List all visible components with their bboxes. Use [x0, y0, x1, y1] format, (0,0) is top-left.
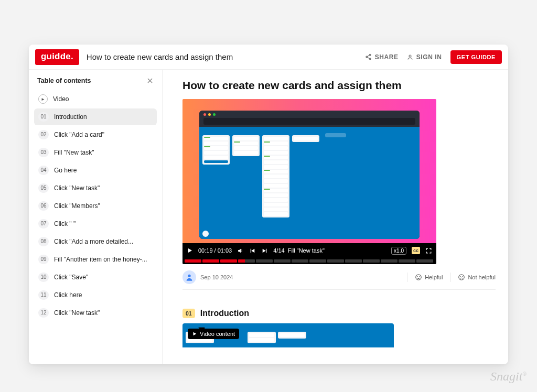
- divider: [407, 273, 407, 282]
- toc-item-04[interactable]: 04 Go here: [34, 162, 157, 179]
- signin-button[interactable]: SIGN IN: [407, 53, 442, 61]
- play-button[interactable]: [187, 247, 193, 254]
- speed-button[interactable]: x1.0: [391, 247, 406, 255]
- toc-item-09[interactable]: 09 Fill "Another item on the honey-...: [34, 251, 157, 268]
- progress-bar[interactable]: [182, 258, 436, 264]
- toc-heading: Table of contents: [37, 77, 91, 84]
- toc-num: 10: [38, 273, 49, 282]
- topbar: guidde. How to create new cards and assi…: [29, 45, 508, 70]
- svg-marker-9: [252, 248, 255, 253]
- svg-point-19: [463, 277, 463, 277]
- player-controls: 00:19 / 01:03 4/14 Fill "New task": [182, 243, 436, 258]
- video-player[interactable]: 00:19 / 01:03 4/14 Fill "New task": [182, 99, 436, 264]
- signin-label: SIGN IN: [416, 53, 442, 61]
- toc-item-label: Introduction: [54, 113, 87, 121]
- sidebar: Table of contents ► Video 01 Introductio…: [29, 70, 163, 364]
- svg-point-16: [420, 277, 420, 277]
- next-step-button[interactable]: [261, 247, 268, 254]
- snagit-watermark: Snagit®: [490, 369, 527, 384]
- get-guidde-button[interactable]: GET GUIDDE: [450, 50, 502, 64]
- share-label: SHARE: [375, 53, 399, 61]
- toc-num: 05: [38, 183, 49, 193]
- toc-num: 03: [38, 148, 49, 157]
- toc-num: 12: [38, 308, 49, 318]
- toc-item-label: Fill "New task": [54, 149, 94, 156]
- toc-item-label: Video: [53, 95, 69, 103]
- not-helpful-button[interactable]: Not helpful: [458, 274, 496, 281]
- guidde-watermark-icon: [202, 231, 209, 237]
- content-title: How to create new cards and assign them: [182, 79, 496, 92]
- user-icon: [407, 54, 413, 60]
- toc-item-label: Fill "Another item on the honey-...: [54, 256, 147, 263]
- top-actions: SHARE SIGN IN GET GUIDDE: [365, 50, 502, 64]
- body: Table of contents ► Video 01 Introductio…: [29, 70, 508, 364]
- toc-item-01[interactable]: 01 Introduction: [34, 108, 157, 125]
- share-button[interactable]: SHARE: [365, 53, 399, 61]
- author-avatar[interactable]: [182, 270, 196, 284]
- toc-item-05[interactable]: 05 Click "New task": [34, 180, 157, 197]
- meta-row: Sep 10 2024 Helpful Not helpful: [182, 270, 496, 290]
- time-display: 00:19 / 01:03: [198, 247, 232, 254]
- toc-item-12[interactable]: 12 Click "New task": [34, 304, 157, 321]
- step-indicator: 4/14: [273, 247, 284, 254]
- svg-point-1: [366, 56, 368, 58]
- toc-item-06[interactable]: 06 Click "Members": [34, 198, 157, 214]
- frown-icon: [458, 274, 465, 281]
- brand-logo[interactable]: guidde.: [35, 49, 79, 65]
- toc-num: 07: [38, 219, 49, 228]
- page-title: How to create new cards and assign them: [87, 52, 358, 61]
- close-toc-button[interactable]: [145, 76, 155, 85]
- fullscreen-icon: [425, 247, 432, 254]
- volume-button[interactable]: [237, 247, 244, 254]
- play-icon: [187, 247, 193, 254]
- share-icon: [365, 53, 372, 60]
- svg-rect-10: [251, 248, 251, 253]
- video-content-pill: Video content: [188, 329, 239, 339]
- skip-next-icon: [261, 247, 268, 254]
- toc-item-video[interactable]: ► Video: [34, 91, 157, 107]
- toc-item-03[interactable]: 03 Fill "New task": [34, 144, 157, 161]
- toc-header: Table of contents: [34, 74, 157, 91]
- toc-item-label: Click "New task": [54, 184, 100, 192]
- svg-point-17: [459, 275, 465, 280]
- toc-item-label: Click "Add a more detailed...: [54, 238, 133, 245]
- toc-item-label: Click "Members": [54, 202, 100, 210]
- toc-item-label: Click here: [54, 291, 82, 299]
- smile-icon: [415, 274, 422, 281]
- volume-icon: [237, 247, 244, 254]
- toc-item-label: Click "Add a card": [54, 131, 104, 138]
- svg-point-14: [416, 275, 422, 280]
- play-icon: [192, 331, 197, 336]
- user-avatar-icon: [185, 273, 194, 281]
- toc-num: 06: [38, 201, 49, 211]
- fullscreen-button[interactable]: [425, 247, 432, 254]
- svg-point-13: [188, 275, 190, 277]
- toc-num: 02: [38, 130, 49, 139]
- toc-item-label: Click "New task": [54, 309, 100, 317]
- toc-item-08[interactable]: 08 Click "Add a more detailed...: [34, 233, 157, 250]
- helpful-button[interactable]: Helpful: [415, 274, 443, 281]
- cc-button[interactable]: cc: [412, 247, 420, 254]
- step-title: Fill "New task": [288, 247, 325, 254]
- toc-num: 09: [38, 255, 49, 264]
- section-num-badge: 01: [182, 309, 195, 318]
- svg-point-15: [417, 277, 418, 277]
- svg-rect-12: [266, 248, 266, 253]
- trello-board-mock: [199, 127, 420, 239]
- toc-item-02[interactable]: 02 Click "Add a card": [34, 126, 157, 143]
- toc-item-07[interactable]: 07 Click " ": [34, 215, 157, 232]
- toc-item-10[interactable]: 10 Click "Save": [34, 269, 157, 286]
- svg-point-5: [409, 55, 411, 57]
- section-title: Introduction: [200, 309, 249, 318]
- section-preview[interactable]: Video content: [182, 323, 394, 347]
- section-introduction: 01 Introduction Video content: [182, 309, 496, 347]
- prev-step-button[interactable]: [249, 247, 256, 254]
- publish-date: Sep 10 2024: [200, 274, 233, 280]
- toc-item-label: Click " ": [54, 220, 76, 227]
- svg-line-4: [367, 57, 369, 58]
- toc-item-11[interactable]: 11 Click here: [34, 287, 157, 303]
- svg-point-0: [369, 54, 371, 56]
- toc-item-label: Click "Save": [54, 274, 88, 281]
- divider: [450, 273, 450, 282]
- play-circle-icon: ►: [38, 94, 48, 104]
